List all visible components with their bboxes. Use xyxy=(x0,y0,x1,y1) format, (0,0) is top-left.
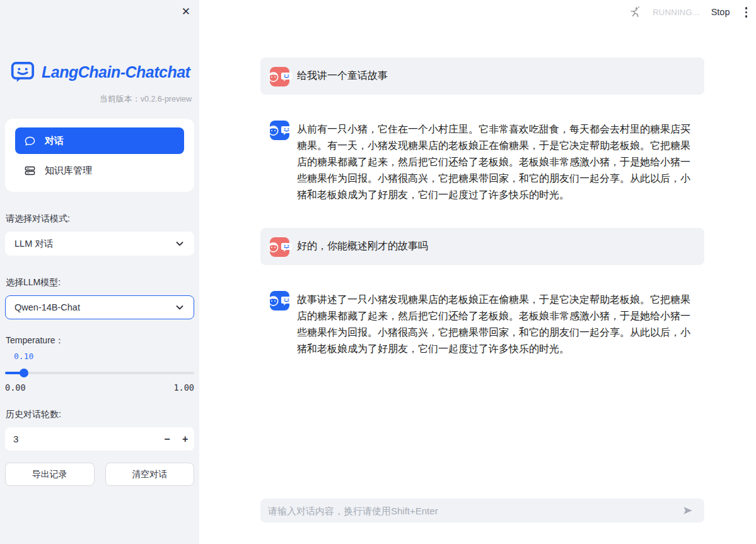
avatar xyxy=(270,121,289,140)
chat-bubble-logo-icon xyxy=(10,59,35,85)
chat-outline-icon xyxy=(24,135,36,147)
user-avatar-icon xyxy=(267,294,280,307)
chat-input[interactable] xyxy=(268,506,679,516)
send-icon[interactable] xyxy=(679,502,697,519)
chat-area: 给我讲一个童话故事 从前有一只小猪，它住在一个小村庄里。它非常 xyxy=(260,0,704,544)
message-text: 好的，你能概述刚才的故事吗 xyxy=(297,236,695,257)
user-avatar-icon xyxy=(267,240,280,254)
message-text: 故事讲述了一只小猪发现糖果店的老板娘正在偷糖果，于是它决定帮助老板娘。它把糖果店… xyxy=(297,290,695,357)
assistant-avatar-icon xyxy=(280,70,293,83)
clear-dialogue-button[interactable]: 清空对话 xyxy=(105,463,195,486)
overflow-menu-icon[interactable] xyxy=(741,4,752,20)
chat-message-assistant: 从前有一只小猪，它住在一个小村庄里。它非常喜欢吃甜食，每天都会去村里的糖果店买糖… xyxy=(260,111,704,211)
history-rounds-label: 历史对话轮数: xyxy=(5,409,194,420)
temperature-value: 0.10 xyxy=(14,352,194,361)
chevron-down-icon xyxy=(175,302,185,312)
slider-thumb[interactable] xyxy=(20,369,28,377)
nav-card: 对话 知识库管理 xyxy=(5,119,194,192)
history-rounds-input: − + xyxy=(5,427,194,451)
dialogue-mode-value: LLM 对话 xyxy=(15,238,175,250)
chat-message-list: 给我讲一个童话故事 从前有一只小猪，它住在一个小村庄里。它非常 xyxy=(260,0,704,365)
slider-range: 0.00 1.00 xyxy=(5,382,194,393)
slider-max-label: 1.00 xyxy=(173,382,194,393)
temperature-label: Temperature： xyxy=(5,335,194,346)
llm-model-value: Qwen-14B-Chat xyxy=(15,302,175,312)
avatar xyxy=(270,291,289,310)
sidebar: ✕ LangChain-Chatchat 当前版本：v0.2.6-preview… xyxy=(0,0,199,544)
version-value: v0.2.6-preview xyxy=(141,95,192,103)
slider-track[interactable] xyxy=(5,372,194,374)
dialogue-mode-label: 请选择对话模式: xyxy=(5,213,194,225)
slider-min-label: 0.00 xyxy=(5,382,26,393)
assistant-avatar-icon xyxy=(280,124,293,137)
version-label: 当前版本： xyxy=(100,94,141,103)
close-sidebar-icon[interactable]: ✕ xyxy=(182,6,190,17)
stop-button[interactable]: Stop xyxy=(711,7,730,17)
message-text: 给我讲一个童话故事 xyxy=(297,66,695,86)
chat-message-assistant: 故事讲述了一只小猪发现糖果店的老板娘正在偷糖果，于是它决定帮助老板娘。它把糖果店… xyxy=(260,281,704,365)
app-logo: LangChain-Chatchat xyxy=(10,59,190,85)
dialogue-mode-select[interactable]: LLM 对话 xyxy=(5,232,194,256)
app-title: LangChain-Chatchat xyxy=(42,63,190,81)
sidebar-header: ✕ xyxy=(5,0,194,23)
avatar xyxy=(270,67,289,86)
nav-item-label: 知识库管理 xyxy=(45,165,92,177)
export-records-button[interactable]: 导出记录 xyxy=(5,463,95,486)
llm-model-label: 选择LLM模型: xyxy=(5,277,194,288)
nav-item-knowledge-base[interactable]: 知识库管理 xyxy=(15,158,184,183)
history-rounds-field[interactable] xyxy=(5,434,158,444)
version-info: 当前版本：v0.2.6-preview xyxy=(5,93,192,105)
message-text: 从前有一只小猪，它住在一个小村庄里。它非常喜欢吃甜食，每天都会去村里的糖果店买糖… xyxy=(297,119,695,203)
sidebar-actions: 导出记录 清空对话 xyxy=(5,463,194,486)
chat-message-user: 好的，你能概述刚才的故事吗 xyxy=(260,228,704,265)
user-avatar-icon xyxy=(267,70,280,83)
nav-item-label: 对话 xyxy=(45,135,64,147)
chat-input-bar xyxy=(260,499,704,523)
nav-item-dialogue[interactable]: 对话 xyxy=(15,127,184,154)
assistant-avatar-icon xyxy=(280,240,293,254)
llm-model-select[interactable]: Qwen-14B-Chat xyxy=(5,295,194,319)
decrement-button[interactable]: − xyxy=(158,427,176,451)
chat-message-user: 给我讲一个童话故事 xyxy=(260,57,704,95)
database-server-icon xyxy=(24,165,36,177)
increment-button[interactable]: + xyxy=(176,427,194,451)
user-avatar-icon xyxy=(267,124,280,137)
temperature-slider[interactable] xyxy=(5,369,194,377)
chevron-down-icon xyxy=(175,239,185,249)
avatar xyxy=(270,237,289,257)
assistant-avatar-icon xyxy=(280,294,293,307)
